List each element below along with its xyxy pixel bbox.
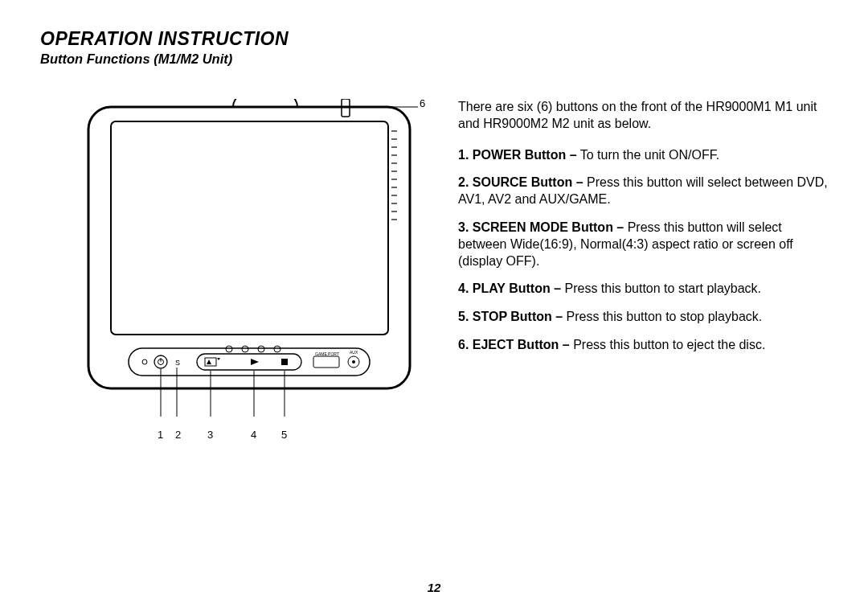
content-row: 6 (40, 99, 828, 421)
svg-point-23 (226, 346, 232, 352)
svg-rect-3 (111, 121, 388, 335)
svg-rect-27 (281, 359, 288, 365)
page-title: OPERATION INSTRUCTION (40, 28, 828, 50)
source-label-s: S (175, 359, 180, 367)
text-column: There are six (6) buttons on the front o… (458, 99, 828, 421)
screen-mode-icon (205, 358, 220, 366)
svg-point-30 (352, 360, 355, 364)
svg-point-24 (242, 346, 248, 352)
list-item: 5. STOP Button – Press this button to st… (458, 309, 828, 326)
diagram-column: 6 (40, 99, 410, 421)
svg-rect-28 (313, 356, 339, 368)
button-function-list: 1. POWER Button – To turn the unit ON/OF… (458, 147, 828, 354)
play-icon (251, 359, 259, 365)
list-item: 3. SCREEN MODE Button – Press this butto… (458, 220, 828, 269)
list-item: 1. POWER Button – To turn the unit ON/OF… (458, 147, 828, 164)
page-number: 12 (0, 581, 868, 594)
callout-label-5: 5 (281, 429, 287, 441)
manual-page: OPERATION INSTRUCTION Button Functions (… (0, 0, 868, 612)
list-item: 2. SOURCE Button – Press this button wil… (458, 175, 828, 208)
callout-label-3: 3 (207, 429, 213, 441)
callout-label-2: 2 (175, 429, 181, 441)
aux-label: AUX (350, 350, 358, 355)
list-item: 4. PLAY Button – Press this button to st… (458, 281, 828, 298)
svg-rect-2 (88, 107, 410, 388)
svg-point-17 (142, 359, 147, 364)
callout-label-6: 6 (420, 97, 425, 109)
stop-icon (281, 359, 288, 365)
device-diagram: S (72, 99, 418, 421)
svg-point-25 (258, 346, 264, 352)
callout-label-4: 4 (251, 429, 256, 441)
callout-label-1: 1 (158, 429, 163, 441)
list-item: 6. EJECT Button – Press this button to e… (458, 337, 828, 354)
power-button-icon (154, 355, 167, 368)
page-subtitle: Button Functions (M1/M2 Unit) (40, 51, 828, 67)
svg-point-26 (274, 346, 280, 352)
intro-text: There are six (6) buttons on the front o… (458, 99, 828, 133)
game-port-label: GAME PORT (315, 351, 339, 356)
svg-rect-22 (205, 358, 216, 366)
